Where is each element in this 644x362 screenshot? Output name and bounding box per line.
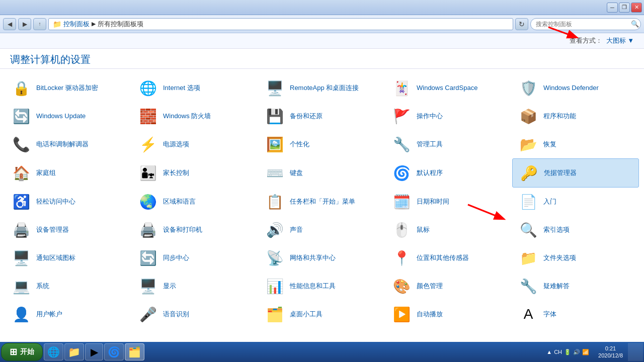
cp-item-keyboard[interactable]: ⌨️键盘 <box>259 158 385 188</box>
date-time-icon: 🗓️ <box>391 192 412 212</box>
taskbar-media[interactable]: ▶ <box>85 343 103 360</box>
search-input[interactable] <box>530 18 641 30</box>
cp-item-action-center[interactable]: 🚩操作中心 <box>385 102 512 130</box>
cp-item-system[interactable]: 💻系统 <box>5 272 132 300</box>
devices-printers-label: 设备和打印机 <box>163 226 202 234</box>
refresh-button[interactable]: ↻ <box>515 18 528 30</box>
cp-item-location-sensors[interactable]: 📍位置和其他传感器 <box>385 244 512 272</box>
start-label: 开始 <box>20 347 34 356</box>
clock-date: 2020/12/8 <box>598 352 623 359</box>
cp-item-fonts[interactable]: A字体 <box>512 300 639 328</box>
cp-item-getting-started[interactable]: 📄入门 <box>512 188 639 216</box>
breadcrumb-root[interactable]: 控制面板 <box>63 20 90 29</box>
cp-item-gadgets[interactable]: 🗂️桌面小工具 <box>259 300 385 328</box>
cp-item-speech[interactable]: 🎤语音识别 <box>132 300 259 328</box>
cp-item-backup[interactable]: 💾备份和还原 <box>259 102 385 130</box>
cp-item-internet-options[interactable]: 🌐Internet 选项 <box>132 74 259 102</box>
credential-manager-label: 凭据管理器 <box>544 169 577 177</box>
taskbar-tray: ▲ CH 🔋 🔊 📶 <box>542 349 593 355</box>
cp-item-bitlocker[interactable]: 🔒BitLocker 驱动器加密 <box>5 74 132 102</box>
internet-options-icon: 🌐 <box>138 78 158 98</box>
cp-item-programs[interactable]: 📦程序和功能 <box>512 102 639 130</box>
cp-item-credential-manager[interactable]: 🔑凭据管理器 <box>512 158 639 188</box>
windows-logo: ⊞ <box>10 346 17 357</box>
phone-modem-icon: 📞 <box>11 134 31 154</box>
cp-item-power[interactable]: ⚡电源选项 <box>132 130 259 158</box>
cp-item-devices-printers[interactable]: 🖨️设备和打印机 <box>132 216 259 244</box>
cp-item-device-manager[interactable]: 🖨️设备管理器 <box>5 216 132 244</box>
taskbar-ie[interactable]: 🌐 <box>44 343 63 360</box>
search-button[interactable]: 🔍 <box>631 20 639 28</box>
cp-item-phone-modem[interactable]: 📞电话和调制解调器 <box>5 130 132 158</box>
ie-icon: 🌐 <box>47 346 60 358</box>
default-programs-label: 默认程序 <box>417 169 443 177</box>
cp-item-homegroup[interactable]: 🏠家庭组 <box>5 158 132 188</box>
sync-center-label: 同步中心 <box>163 254 189 262</box>
cp-item-cardspace[interactable]: 🃏Windows CardSpace <box>385 74 512 102</box>
homegroup-label: 家庭组 <box>36 169 56 177</box>
cp-item-color-management[interactable]: 🎨颜色管理 <box>385 272 512 300</box>
notif-icons-icon: 🖥️ <box>11 248 31 268</box>
start-button[interactable]: ⊞ 开始 <box>1 343 43 361</box>
show-desktop-button[interactable] <box>628 343 643 361</box>
cp-item-default-programs[interactable]: 🌀默认程序 <box>385 158 512 188</box>
cp-item-taskbar-start[interactable]: 📋任务栏和「开始」菜单 <box>259 188 385 216</box>
cp-item-date-time[interactable]: 🗓️日期和时间 <box>385 188 512 216</box>
up-button[interactable]: ↑ <box>33 18 46 30</box>
windows-update-label: Windows Update <box>36 112 86 121</box>
cp-item-remoteapp[interactable]: 🖥️RemoteApp 和桌面连接 <box>259 74 385 102</box>
network-sharing-label: 网络和共享中心 <box>290 254 336 262</box>
region-language-label: 区域和语言 <box>163 198 196 206</box>
sound-icon: 🔊 <box>265 220 285 240</box>
bitlocker-icon: 🔒 <box>11 78 31 98</box>
manage-tools-label: 管理工具 <box>417 140 443 149</box>
breadcrumb-current[interactable]: 所有控制面板项 <box>98 20 143 29</box>
cp-item-personalize[interactable]: 🖼️个性化 <box>259 130 385 158</box>
region-language-icon: 🌏 <box>138 192 158 212</box>
taskbar-chrome[interactable]: 🌀 <box>104 343 124 360</box>
cp-item-mouse[interactable]: 🖱️鼠标 <box>385 216 512 244</box>
cp-item-autoplay[interactable]: ▶️自动播放 <box>385 300 512 328</box>
cp-item-ease-of-access[interactable]: ♿轻松访问中心 <box>5 188 132 216</box>
taskbar: ⊞ 开始 🌐 📁 ▶ 🌀 🗂️ ▲ CH 🔋 🔊 📶 <box>0 342 644 362</box>
cp-item-troubleshoot[interactable]: 🔧疑难解答 <box>512 272 639 300</box>
cp-item-performance[interactable]: 📊性能信息和工具 <box>259 272 385 300</box>
getting-started-icon: 📄 <box>518 192 538 212</box>
taskbar-explorer[interactable]: 📁 <box>64 343 84 360</box>
cp-item-sync-center[interactable]: 🔄同步中心 <box>132 244 259 272</box>
taskbar-control-panel[interactable]: 🗂️ <box>125 343 144 360</box>
cp-item-firewall[interactable]: 🧱Windows 防火墙 <box>132 102 259 130</box>
system-label: 系统 <box>36 282 49 291</box>
tray-volume-icon: 🔊 <box>573 349 580 355</box>
keyboard-label: 键盘 <box>290 169 303 177</box>
location-sensors-icon: 📍 <box>391 248 412 268</box>
keyboard-icon: ⌨️ <box>265 163 285 183</box>
restore-button[interactable]: ❐ <box>619 3 630 13</box>
back-button[interactable]: ◀ <box>3 18 16 30</box>
breadcrumb[interactable]: 📁 控制面板 ▶ 所有控制面板项 <box>48 18 513 30</box>
cp-item-sound[interactable]: 🔊声音 <box>259 216 385 244</box>
cp-item-user-accounts[interactable]: 👤用户帐户 <box>5 300 132 328</box>
clock-time: 0:21 <box>605 345 616 352</box>
minimize-button[interactable]: ─ <box>607 3 618 13</box>
cp-item-indexing[interactable]: 🔍索引选项 <box>512 216 639 244</box>
cp-item-parental[interactable]: 👨‍👧家长控制 <box>132 158 259 188</box>
clock[interactable]: 0:21 2020/12/8 <box>594 345 627 359</box>
cp-item-defender[interactable]: 🛡️Windows Defender <box>512 74 639 102</box>
cp-item-notif-icons[interactable]: 🖥️通知区域图标 <box>5 244 132 272</box>
breadcrumb-sep: ▶ <box>92 21 96 27</box>
cp-item-network-sharing[interactable]: 📡网络和共享中心 <box>259 244 385 272</box>
items-grid: 🔒BitLocker 驱动器加密🌐Internet 选项🖥️RemoteApp … <box>5 74 639 328</box>
cp-item-windows-update[interactable]: 🔄Windows Update <box>5 102 132 130</box>
cp-item-region-language[interactable]: 🌏区域和语言 <box>132 188 259 216</box>
close-button[interactable]: ✕ <box>631 3 642 13</box>
forward-button[interactable]: ▶ <box>18 18 31 30</box>
view-select[interactable]: 大图标 ▼ <box>606 36 634 45</box>
cp-item-folder-options[interactable]: 📁文件夹选项 <box>512 244 639 272</box>
ease-of-access-icon: ♿ <box>11 192 31 212</box>
cp-item-manage-tools[interactable]: 🔧管理工具 <box>385 130 512 158</box>
credential-manager-icon: 🔑 <box>519 163 539 183</box>
cp-item-display[interactable]: 🖥️显示 <box>132 272 259 300</box>
tray-expand[interactable]: ▲ <box>546 349 552 355</box>
cp-item-recovery[interactable]: 📂恢复 <box>512 130 639 158</box>
